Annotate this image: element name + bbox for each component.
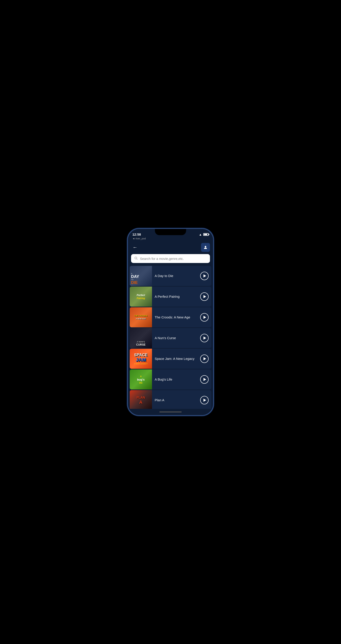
movie-title-day-to-die: A Day to Die bbox=[155, 274, 173, 278]
movie-poster-nuns-curse: A NUN'S CURSE bbox=[130, 328, 152, 348]
play-icon-croods bbox=[203, 316, 206, 319]
movie-item-croods[interactable]: THE CROODS A NEW AGE The Croods: A New A… bbox=[130, 307, 211, 327]
movie-title-space-jam: Space Jam: A New Legacy bbox=[155, 357, 194, 360]
movie-poster-bugs-life: a bug's life bbox=[130, 370, 152, 390]
play-icon-bugs-life bbox=[203, 378, 206, 381]
movie-info-croods: The Croods: A New Age bbox=[152, 315, 200, 319]
movie-title-bugs-life: A Bug's Life bbox=[155, 378, 172, 381]
search-input[interactable] bbox=[140, 257, 207, 260]
movie-item-nuns-curse[interactable]: A NUN'S CURSE A Nun's Curse bbox=[130, 328, 211, 348]
search-container bbox=[128, 254, 213, 265]
battery-icon bbox=[203, 233, 209, 236]
svg-line-2 bbox=[137, 259, 137, 260]
movie-title-nuns-curse: A Nun's Curse bbox=[155, 336, 176, 340]
movie-poster-space-jam: SPACE JAM A NEW LEGACY bbox=[130, 349, 152, 369]
movie-info-perfect-pairing: A Perfect Pairing bbox=[152, 294, 200, 298]
movie-info-day-to-die: A Day to Die bbox=[152, 274, 200, 278]
play-icon-space-jam bbox=[203, 357, 206, 360]
home-bar bbox=[159, 412, 182, 412]
movie-poster-day-to-die: A DAY TO DIE bbox=[130, 266, 152, 286]
status-icons: ▲ bbox=[199, 233, 209, 236]
phone-frame: 12:58 ▲ ◄ river_pod ← bbox=[127, 228, 214, 416]
movie-item-space-jam[interactable]: SPACE JAM A NEW LEGACY Space Jam: A New … bbox=[130, 349, 211, 369]
play-button-perfect-pairing[interactable] bbox=[200, 292, 209, 301]
wifi-icon: ▲ bbox=[199, 233, 202, 236]
play-button-space-jam[interactable] bbox=[200, 354, 209, 363]
carrier-text: ◄ river_pod bbox=[132, 237, 209, 241]
nav-header: ← bbox=[128, 241, 213, 254]
play-icon-plan-a bbox=[203, 398, 206, 402]
notch-area: 12:58 ▲ ◄ river_pod bbox=[128, 229, 213, 241]
play-button-plan-a[interactable] bbox=[200, 396, 209, 404]
movie-item-perfect-pairing[interactable]: Perfect Pairing A Perfect Pairing bbox=[130, 286, 211, 307]
back-button[interactable]: ← bbox=[131, 244, 139, 252]
movie-title-perfect-pairing: A Perfect Pairing bbox=[155, 294, 180, 298]
movie-info-nuns-curse: A Nun's Curse bbox=[152, 336, 200, 340]
status-time: 12:58 bbox=[132, 232, 141, 236]
play-button-croods[interactable] bbox=[200, 313, 209, 322]
play-button-nuns-curse[interactable] bbox=[200, 334, 209, 342]
movie-item-bugs-life[interactable]: a bug's life A Bug's Life bbox=[130, 370, 211, 390]
search-bar bbox=[131, 254, 210, 263]
notch bbox=[155, 229, 186, 235]
movie-list: A DAY TO DIE A Day to Die Perfect Pairin… bbox=[128, 265, 213, 409]
svg-point-1 bbox=[135, 257, 137, 259]
svg-point-0 bbox=[205, 246, 206, 248]
back-arrow-icon: ← bbox=[133, 245, 138, 250]
profile-icon bbox=[203, 245, 208, 250]
movie-info-space-jam: Space Jam: A New Legacy bbox=[152, 357, 200, 361]
movie-info-bugs-life: A Bug's Life bbox=[152, 378, 200, 382]
movie-poster-plan-a: PLAN A bbox=[130, 390, 152, 409]
movie-title-croods: The Croods: A New Age bbox=[155, 315, 190, 319]
play-icon-perfect-pairing bbox=[203, 295, 206, 298]
profile-button[interactable] bbox=[201, 243, 210, 252]
play-icon-day-to-die bbox=[203, 274, 206, 278]
play-button-bugs-life[interactable] bbox=[200, 375, 209, 384]
movie-item-day-to-die[interactable]: A DAY TO DIE A Day to Die bbox=[130, 266, 211, 286]
home-indicator bbox=[128, 409, 213, 415]
movie-poster-croods: THE CROODS A NEW AGE bbox=[130, 307, 152, 327]
phone-screen: 12:58 ▲ ◄ river_pod ← bbox=[128, 229, 213, 415]
movie-item-plan-a[interactable]: PLAN A Plan A bbox=[130, 390, 211, 409]
movie-title-plan-a: Plan A bbox=[155, 398, 164, 402]
search-icon bbox=[134, 256, 138, 261]
play-button-day-to-die[interactable] bbox=[200, 272, 209, 280]
play-icon-nuns-curse bbox=[203, 336, 206, 340]
movie-info-plan-a: Plan A bbox=[152, 398, 200, 402]
movie-poster-perfect-pairing: Perfect Pairing bbox=[130, 286, 152, 307]
